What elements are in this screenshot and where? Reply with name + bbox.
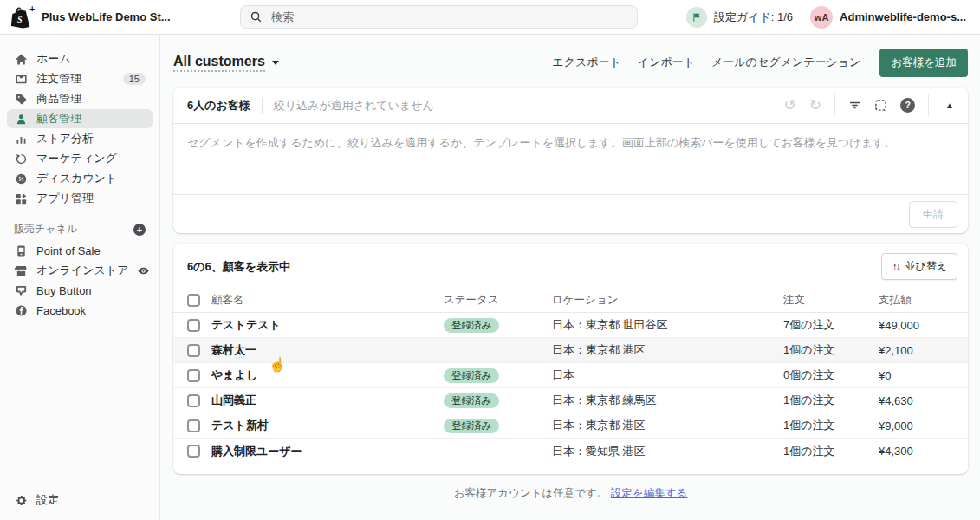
home-icon [14, 53, 28, 66]
avatar: wA [810, 6, 833, 29]
filter-status-text: 絞り込みが適用されていません [274, 98, 434, 114]
sidebar-item-orders[interactable]: 注文管理 15 [7, 69, 153, 88]
chevron-down-icon [272, 61, 279, 68]
setup-guide-button[interactable]: 設定ガイド: 1/6 [686, 7, 793, 28]
setup-guide-label: 設定ガイド: 1/6 [714, 10, 793, 25]
bar-chart-icon [14, 133, 28, 146]
table-row[interactable]: テスト新村 登録済み 日本：東京都 港区 1個の注文 ¥9,000 [173, 413, 968, 439]
email-segmentation-button[interactable]: メールのセグメンテーション [711, 55, 860, 70]
sidebar-item-discounts[interactable]: ディスカウント [7, 169, 153, 188]
facebook-icon [14, 304, 28, 317]
sidebar-item-customers[interactable]: 顧客管理 [7, 109, 153, 128]
sidebar-item-marketing[interactable]: マーケティング [7, 149, 153, 168]
row-checkbox[interactable] [187, 369, 200, 382]
svg-text:S: S [17, 15, 23, 24]
redo-icon[interactable]: ↻ [809, 98, 821, 113]
sidebar-item-apps[interactable]: アプリ管理 [7, 189, 153, 208]
export-button[interactable]: エクスポート [552, 55, 621, 70]
column-header-location: ロケーション [552, 293, 783, 308]
sidebar-item-home[interactable]: ホーム [7, 49, 153, 68]
sidebar: ホーム 注文管理 15 商品管理 顧客管理 ストア分析 マーケティング [0, 35, 160, 520]
import-button[interactable]: インポート [638, 55, 695, 70]
row-checkbox[interactable] [187, 394, 200, 407]
search-icon [250, 10, 263, 23]
table-row[interactable]: 山岡義正 登録済み 日本：東京都 練馬区 1個の注文 ¥4,630 [173, 388, 968, 413]
table-header-row: 顧客名 ステータス ロケーション 注文 支払額 [173, 288, 968, 313]
segment-tab[interactable]: 6人のお客様 [187, 98, 250, 114]
store-name: Plus WebLife Demo St... [42, 10, 171, 23]
row-checkbox[interactable] [187, 344, 200, 357]
sidebar-item-products[interactable]: 商品管理 [7, 89, 153, 108]
store-brand[interactable]: S + Plus WebLife Demo St... [0, 6, 240, 29]
collapse-panel-button[interactable]: ▲ [942, 101, 957, 110]
apply-button[interactable]: 申請 [909, 201, 957, 228]
add-channel-button[interactable]: + [133, 224, 146, 236]
main-content: All customers エクスポート インポート メールのセグメンテーション… [161, 35, 980, 520]
undo-icon[interactable]: ↺ [784, 98, 796, 113]
sidebar-item-settings[interactable]: 設定 [7, 490, 153, 510]
column-header-amount: 支払額 [879, 293, 954, 308]
search-bar[interactable] [240, 5, 638, 29]
table-row[interactable]: 購入制限ユーザー 日本：愛知県 港区 1個の注文 ¥4,300 [173, 439, 968, 464]
help-icon[interactable]: ? [900, 98, 915, 113]
footer-note: お客様アカウントは任意です。 [454, 487, 608, 499]
status-badge: 登録済み [444, 393, 499, 408]
eye-icon[interactable] [137, 264, 150, 277]
sidebar-item-analytics[interactable]: ストア分析 [7, 129, 153, 148]
edit-settings-link[interactable]: 設定を編集する [611, 487, 687, 499]
account-name: Adminweblife-demo-s... [840, 10, 966, 23]
orders-count-badge: 15 [123, 73, 146, 85]
row-checkbox[interactable] [187, 419, 200, 432]
topbar: S + Plus WebLife Demo St... 設定ガイド: 1/6 w… [0, 0, 980, 35]
sort-arrows-icon: ↑↓ [892, 261, 899, 273]
tag-icon [14, 93, 28, 106]
account-menu[interactable]: wA Adminweblife-demo-s... [810, 6, 966, 29]
sales-channels-header: 販売チャネル + [7, 222, 153, 237]
sort-button[interactable]: ↑↓ 並び替え [881, 253, 957, 280]
person-icon [14, 113, 28, 126]
row-checkbox[interactable] [187, 319, 200, 332]
column-header-name: 顧客名 [211, 293, 444, 308]
storefront-icon [14, 264, 28, 277]
marketing-icon [14, 153, 28, 166]
sidebar-item-buy-button[interactable]: Buy Button [7, 281, 153, 300]
discount-icon [14, 172, 28, 185]
flag-icon [686, 7, 707, 28]
sidebar-item-facebook[interactable]: Facebook [7, 301, 153, 320]
segment-card: 6人のお客様 絞り込みが適用されていません ↺ ↻ ? ▲ セグメントを作成する… [173, 88, 968, 233]
pos-icon [14, 244, 28, 257]
buy-button-icon [14, 284, 28, 297]
table-summary: 6の6、顧客を表示中 [187, 259, 290, 275]
status-badge: 登録済み [444, 368, 499, 383]
add-customer-button[interactable]: お客様を追加 [879, 49, 968, 77]
row-checkbox[interactable] [187, 445, 200, 458]
filter-icon[interactable] [848, 99, 861, 112]
sidebar-item-online-store[interactable]: オンラインストア [7, 261, 153, 280]
column-header-orders: 注文 [783, 293, 879, 308]
status-badge: 登録済み [444, 318, 499, 333]
table-row[interactable]: テストテスト 登録済み 日本：東京都 世田谷区 7個の注文 ¥49,000 [173, 313, 968, 338]
orders-icon [14, 73, 28, 86]
table-row[interactable]: やまよし 登録済み 日本 0個の注文 ¥0 [173, 363, 968, 388]
select-all-checkbox[interactable] [187, 294, 200, 307]
segment-help-message: セグメントを作成するために、絞り込みを適用するか、テンプレートを選択します。画面… [187, 136, 895, 149]
page-title-segment-selector[interactable]: All customers [173, 54, 265, 72]
apps-icon [14, 192, 28, 205]
shopify-plus-logo-icon: S + [11, 6, 34, 29]
selection-marquee-icon[interactable] [874, 99, 887, 112]
table-row[interactable]: 森村太一 日本：東京都 港区 1個の注文 ¥2,100 [173, 338, 968, 363]
customers-table-card: 6の6、顧客を表示中 ↑↓ 並び替え 顧客名 ステータス ロケーション 注文 支… [173, 244, 968, 474]
column-header-status: ステータス [444, 293, 552, 308]
gear-icon [14, 494, 28, 507]
search-input[interactable] [269, 10, 628, 24]
status-badge: 登録済み [444, 419, 499, 433]
sidebar-item-point-of-sale[interactable]: Point of Sale [7, 241, 153, 260]
